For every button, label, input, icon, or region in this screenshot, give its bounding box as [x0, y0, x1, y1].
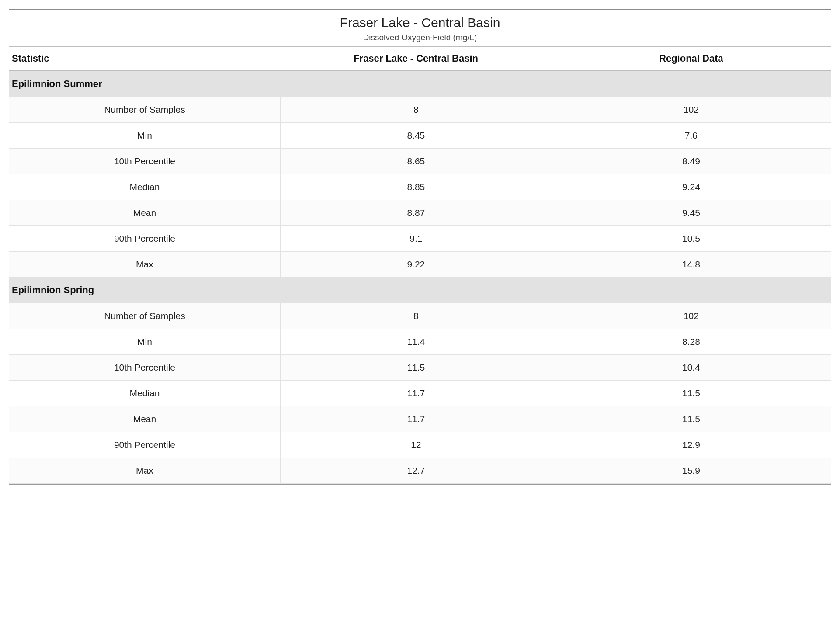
cell-statistic: Number of Samples — [9, 97, 280, 123]
table-row: Number of Samples8102 — [9, 97, 831, 123]
stats-table: Statistic Fraser Lake - Central Basin Re… — [9, 47, 831, 484]
cell-statistic: 10th Percentile — [9, 355, 280, 381]
cell-regional-value: 11.5 — [552, 381, 831, 406]
table-row: Median8.859.24 — [9, 174, 831, 200]
cell-regional-value: 9.45 — [552, 200, 831, 226]
table-row: Mean8.879.45 — [9, 200, 831, 226]
table-row: 90th Percentile1212.9 — [9, 432, 831, 458]
cell-site-value: 8.45 — [280, 123, 551, 149]
report-header: Fraser Lake - Central Basin Dissolved Ox… — [9, 11, 831, 46]
cell-statistic: 90th Percentile — [9, 432, 280, 458]
cell-regional-value: 10.4 — [552, 355, 831, 381]
cell-site-value: 11.7 — [280, 406, 551, 432]
table-row: 10th Percentile8.658.49 — [9, 149, 831, 174]
section-name: Epilimnion Spring — [9, 277, 831, 303]
cell-site-value: 12 — [280, 432, 551, 458]
cell-regional-value: 14.8 — [552, 252, 831, 277]
cell-site-value: 11.5 — [280, 355, 551, 381]
cell-regional-value: 8.28 — [552, 329, 831, 355]
cell-statistic: Median — [9, 381, 280, 406]
cell-regional-value: 8.49 — [552, 149, 831, 174]
report-container: Fraser Lake - Central Basin Dissolved Ox… — [9, 9, 831, 485]
cell-regional-value: 12.9 — [552, 432, 831, 458]
cell-regional-value: 102 — [552, 97, 831, 123]
table-row: Min8.457.6 — [9, 123, 831, 149]
section-name: Epilimnion Summer — [9, 71, 831, 97]
cell-site-value: 11.4 — [280, 329, 551, 355]
cell-statistic: Min — [9, 329, 280, 355]
cell-site-value: 8.87 — [280, 200, 551, 226]
cell-statistic: Mean — [9, 406, 280, 432]
cell-regional-value: 7.6 — [552, 123, 831, 149]
cell-site-value: 9.22 — [280, 252, 551, 277]
table-row: 90th Percentile9.110.5 — [9, 226, 831, 252]
cell-regional-value: 11.5 — [552, 406, 831, 432]
cell-site-value: 8.65 — [280, 149, 551, 174]
cell-statistic: 90th Percentile — [9, 226, 280, 252]
report-subtitle: Dissolved Oxygen-Field (mg/L) — [9, 33, 831, 42]
cell-regional-value: 9.24 — [552, 174, 831, 200]
section-header: Epilimnion Summer — [9, 71, 831, 97]
cell-statistic: Max — [9, 252, 280, 277]
table-row: 10th Percentile11.510.4 — [9, 355, 831, 381]
cell-site-value: 8 — [280, 303, 551, 329]
col-statistic: Statistic — [9, 47, 280, 71]
table-row: Median11.711.5 — [9, 381, 831, 406]
cell-site-value: 8 — [280, 97, 551, 123]
cell-statistic: Median — [9, 174, 280, 200]
table-row: Min11.48.28 — [9, 329, 831, 355]
cell-regional-value: 10.5 — [552, 226, 831, 252]
cell-site-value: 11.7 — [280, 381, 551, 406]
top-rule — [9, 9, 831, 10]
cell-statistic: 10th Percentile — [9, 149, 280, 174]
table-row: Max12.715.9 — [9, 458, 831, 484]
cell-statistic: Mean — [9, 200, 280, 226]
cell-site-value: 8.85 — [280, 174, 551, 200]
report-title: Fraser Lake - Central Basin — [9, 15, 831, 30]
cell-statistic: Max — [9, 458, 280, 484]
table-row: Max9.2214.8 — [9, 252, 831, 277]
bottom-rule — [9, 484, 831, 485]
cell-statistic: Number of Samples — [9, 303, 280, 329]
cell-site-value: 12.7 — [280, 458, 551, 484]
section-header: Epilimnion Spring — [9, 277, 831, 303]
cell-regional-value: 102 — [552, 303, 831, 329]
col-regional: Regional Data — [552, 47, 831, 71]
table-row: Mean11.711.5 — [9, 406, 831, 432]
col-site: Fraser Lake - Central Basin — [280, 47, 551, 71]
table-row: Number of Samples8102 — [9, 303, 831, 329]
cell-regional-value: 15.9 — [552, 458, 831, 484]
cell-site-value: 9.1 — [280, 226, 551, 252]
table-header-row: Statistic Fraser Lake - Central Basin Re… — [9, 47, 831, 71]
cell-statistic: Min — [9, 123, 280, 149]
